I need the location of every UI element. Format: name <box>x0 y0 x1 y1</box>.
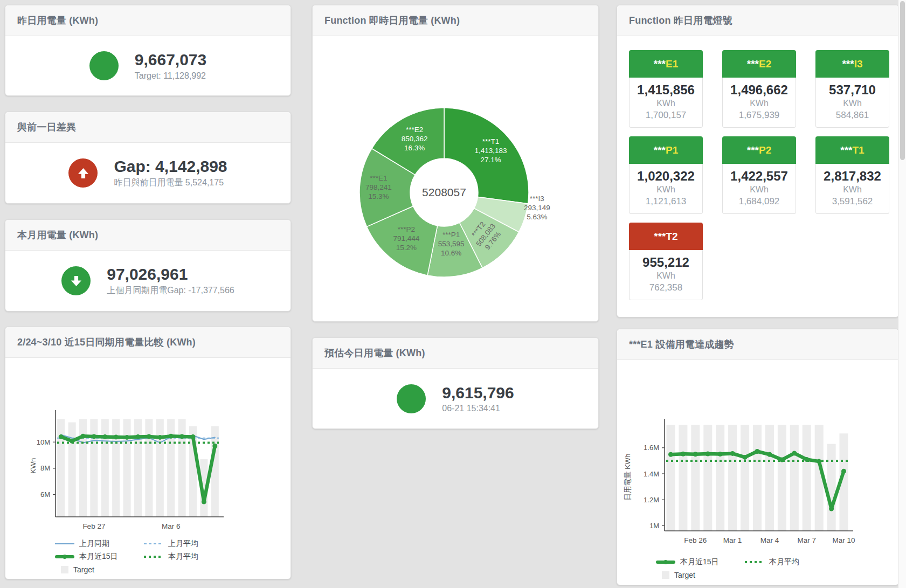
legend-item[interactable]: Target <box>55 564 144 575</box>
compare-15d-chart[interactable]: 6M8M10MFeb 27Mar 6KWh <box>5 358 291 536</box>
device-tile-header: ***I3 <box>815 50 889 78</box>
data-point <box>706 452 710 456</box>
legend-swatch-icon <box>55 543 74 544</box>
device-tile-header: ***E2 <box>722 50 796 78</box>
data-point <box>125 435 129 440</box>
realtime-usage-donut-chart[interactable]: ***T11,413,18327.1%***I3293,1495.63%***T… <box>313 36 598 321</box>
legend-item[interactable]: 本月近15日 <box>656 556 745 568</box>
vertical-scrollbar-thumb[interactable] <box>900 1 905 160</box>
target-bar <box>211 426 219 517</box>
device-name-prefix: *** <box>654 144 666 156</box>
device-tile-body: 1,422,557 KWh 1,684,092 <box>722 164 796 214</box>
data-point <box>681 452 686 456</box>
data-point <box>829 507 834 511</box>
card-title: 昨日用電量 (KWh) <box>17 14 98 27</box>
month-usage-card: 本月用電量 (KWh) 97,026,961 上個月同期用電Gap: -17,3… <box>5 219 291 312</box>
device-tile-body: 1,496,662 KWh 1,675,939 <box>722 78 796 128</box>
target-bar <box>803 425 811 531</box>
day-gap-subtitle: 昨日與前日用電量 5,524,175 <box>114 177 227 189</box>
data-point <box>157 435 162 440</box>
target-bar <box>156 419 164 517</box>
device-name-code: E1 <box>666 58 678 70</box>
yesterday-usage-target: Target: 11,128,992 <box>135 71 206 81</box>
status-ok-icon <box>89 51 119 80</box>
e1-trend-chart[interactable]: 1M1.2M1.4M1.6MFeb 26Mar 1Mar 4Mar 7Mar 1… <box>617 360 898 547</box>
device-tile-header: ***T2 <box>629 223 703 250</box>
today-estimate-value: 9,615,796 <box>442 384 514 403</box>
card-title: Function 昨日用電燈號 <box>629 14 732 27</box>
device-tile-header: ***P1 <box>629 136 703 164</box>
device-usage-target: 1,700,157 <box>632 110 700 121</box>
device-usage-value: 1,020,322 <box>632 169 700 184</box>
legend-item[interactable]: 本月平均 <box>745 556 834 568</box>
card-title: 本月用電量 (KWh) <box>17 229 98 241</box>
target-bar <box>741 425 749 531</box>
device-usage-target: 762,358 <box>632 282 700 293</box>
data-point <box>81 434 86 439</box>
legend-label: 本月平均 <box>769 557 799 567</box>
device-usage-value: 1,422,557 <box>725 169 793 184</box>
compare-15d-card: 2/24~3/10 近15日同期用電量比較 (KWh) 6M8M10MFeb 2… <box>5 327 291 579</box>
device-tile-header: ***T1 <box>815 136 889 164</box>
x-tick-label: Mar 6 <box>162 522 181 530</box>
target-bar <box>679 425 687 531</box>
y-tick-label: 1.6M <box>644 444 659 452</box>
data-point <box>792 451 797 455</box>
card-header: Function 即時日用電量 (KWh) <box>313 5 598 36</box>
y-tick-label: 1M <box>649 522 659 530</box>
y-tick-label: 1.2M <box>644 496 659 504</box>
y-tick-label: 8M <box>40 464 50 472</box>
card-title: ***E1 設備用電達成趨勢 <box>629 338 734 351</box>
device-name-code: T2 <box>666 231 678 243</box>
card-header: 本月用電量 (KWh) <box>5 220 291 251</box>
legend-swatch-icon <box>61 566 68 573</box>
device-usage-unit: KWh <box>818 99 887 108</box>
target-bar <box>827 444 836 531</box>
legend-item[interactable]: 本月近15日 <box>55 551 144 562</box>
target-bar <box>716 425 724 531</box>
target-bar <box>101 419 109 517</box>
card-header: 2/24~3/10 近15日同期用電量比較 (KWh) <box>5 327 291 358</box>
device-usage-value: 955,212 <box>632 255 700 270</box>
legend-item[interactable]: Target <box>656 569 745 580</box>
target-bar <box>134 419 142 517</box>
device-name-code: T1 <box>853 144 864 156</box>
x-tick-label: Feb 27 <box>82 522 105 530</box>
stat-body: Gap: 4,142,898 昨日與前日用電量 5,524,175 <box>5 143 291 203</box>
legend-swatch-icon <box>55 555 74 558</box>
data-point <box>179 434 184 439</box>
device-usage-target: 1,121,613 <box>632 196 700 207</box>
device-usage-value: 2,817,832 <box>818 169 887 184</box>
target-bar <box>112 419 120 517</box>
legend-swatch-icon <box>144 543 163 544</box>
legend-item[interactable]: 上月平均 <box>144 538 233 549</box>
device-name-prefix: *** <box>654 231 666 243</box>
target-bar <box>123 419 131 517</box>
card-header: 預估今日用電量 (KWh) <box>313 338 598 369</box>
y-tick-label: 1.4M <box>644 470 659 478</box>
legend-label: Target <box>674 571 695 579</box>
data-point <box>693 452 698 456</box>
legend-label: Target <box>73 565 94 574</box>
target-bar <box>703 425 712 531</box>
data-point <box>169 434 174 439</box>
legend-item[interactable]: 本月平均 <box>144 551 233 562</box>
device-name-prefix: *** <box>747 144 759 156</box>
device-tile: ***E2 1,496,662 KWh 1,675,939 <box>722 50 796 128</box>
data-point <box>743 455 748 460</box>
device-tile: ***P1 1,020,322 KWh 1,121,613 <box>629 136 703 214</box>
device-usage-unit: KWh <box>632 185 700 195</box>
arrow-up-icon <box>76 166 91 181</box>
status-ok-icon <box>397 384 426 413</box>
legend-item[interactable]: 上月同期 <box>55 538 144 549</box>
legend-swatch-icon <box>662 571 669 579</box>
today-estimate-card: 預估今日用電量 (KWh) 9,615,796 06-21 15:34:41 <box>312 337 599 429</box>
data-point <box>59 434 64 439</box>
target-bar <box>57 419 65 517</box>
x-tick-label: Mar 7 <box>797 536 816 544</box>
data-point <box>767 452 772 457</box>
device-tile-body: 1,020,322 KWh 1,121,613 <box>629 164 703 214</box>
data-point <box>668 452 673 457</box>
vertical-scrollbar[interactable] <box>898 0 906 588</box>
y-tick-label: 6M <box>40 490 50 499</box>
